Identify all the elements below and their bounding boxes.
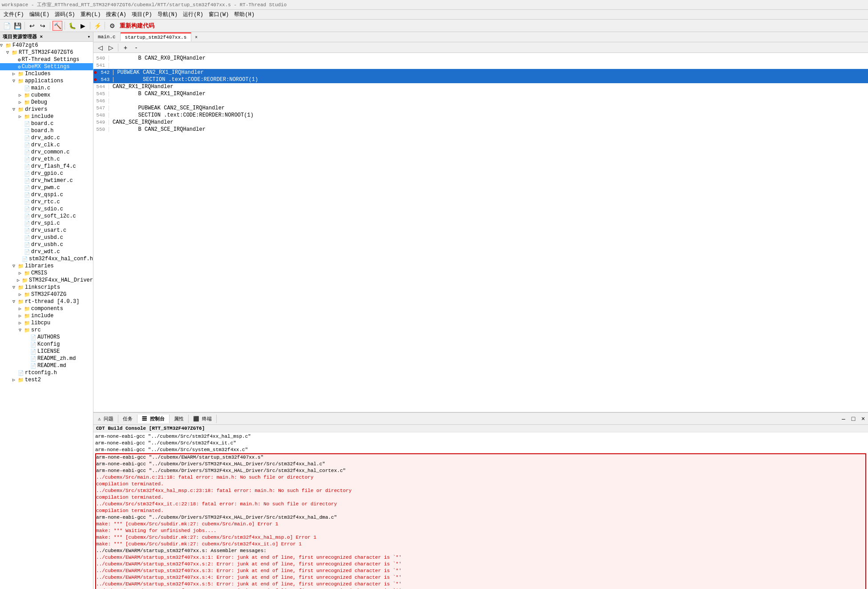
menu-navigate[interactable]: 导航(N) xyxy=(156,10,180,19)
menu-source[interactable]: 源码(S) xyxy=(53,10,77,19)
tree-item-drv-rtc-c[interactable]: 📄drv_rtc.c xyxy=(0,198,93,206)
editor-nav-back[interactable]: ◁ xyxy=(95,43,105,52)
tree-item-license[interactable]: 📄LICENSE xyxy=(0,348,93,355)
tree-item-stm32-hal-conf-h[interactable]: 📄stm32f4xx_hal_conf.h xyxy=(0,255,93,262)
tree-item-drv-flash-f4-c[interactable]: 📄drv_flash_f4.c xyxy=(0,163,93,170)
tree-item-libraries[interactable]: ▽📁libraries xyxy=(0,262,93,270)
panel-title: 项目资源管理器 × xyxy=(3,33,43,40)
console-maximize[interactable]: □ xyxy=(848,414,858,424)
tree-item-drv-common-c[interactable]: 📄drv_common.c xyxy=(0,149,93,156)
tree-item-drv-sdio-c[interactable]: 📄drv_sdio.c xyxy=(0,206,93,213)
tree-item-readme-zh[interactable]: 📄README_zh.md xyxy=(0,355,93,362)
editor-nav-forward[interactable]: ▷ xyxy=(106,43,116,52)
console-close[interactable]: × xyxy=(858,414,868,424)
tree-item-drv-gpio-c[interactable]: 📄drv_gpio.c xyxy=(0,170,93,177)
tree-item-drv-pwm-c[interactable]: 📄drv_pwm.c xyxy=(0,184,93,191)
tree-item-rt-thread[interactable]: ▽📁rt-thread [4.0.3] xyxy=(0,298,93,305)
tab-console[interactable]: ☰ 控制台 xyxy=(137,415,170,423)
tree-item-stm32f407zg[interactable]: ▷📁STM32F407ZG xyxy=(0,291,93,298)
menu-window[interactable]: 窗口(W) xyxy=(207,10,231,19)
tree-item-drv-include[interactable]: ▷📁include xyxy=(0,113,93,120)
tab-terminal[interactable]: ⬛ 终端 xyxy=(189,415,217,423)
menu-search[interactable]: 搜索(A) xyxy=(104,10,128,19)
tree-item-board-h[interactable]: 📄board.h xyxy=(0,127,93,134)
tab-properties[interactable]: 属性 xyxy=(170,415,189,423)
tree-item-drv-usart-c[interactable]: 📄drv_usart.c xyxy=(0,227,93,234)
tree-item-applications[interactable]: ▽📁applications xyxy=(0,77,93,85)
tree-item-drv-qspi-c[interactable]: 📄drv_qspi.c xyxy=(0,191,93,198)
tree-item-components[interactable]: ▷📁components xyxy=(0,305,93,312)
tree-item-main-c[interactable]: 📄main.c xyxy=(0,85,93,92)
console-line: arm-none-eabi-gcc "../cubemx/Drivers/STM… xyxy=(96,514,865,521)
tab-main-c[interactable]: main.c xyxy=(93,33,121,41)
flash-button[interactable]: ⚡ xyxy=(93,21,102,31)
console-line: ../cubemx/EWARM/startup_stm32f407xx.s:3:… xyxy=(96,568,865,574)
tree-item-drv-wdt-c[interactable]: 📄drv_wdt.c xyxy=(0,248,93,255)
tree-item-drivers[interactable]: ▽📁drivers xyxy=(0,106,93,113)
settings-button[interactable]: ⚙ xyxy=(107,21,117,31)
tree-item-cmsis[interactable]: ▷📁CMSIS xyxy=(0,270,93,277)
tree-item-readme[interactable]: 📄README.md xyxy=(0,362,93,369)
tree-item-authors[interactable]: 📄AUTHORS xyxy=(0,334,93,341)
tree-item-cubemx[interactable]: ▷📁cubemx xyxy=(0,92,93,99)
menu-project[interactable]: 项目(P) xyxy=(130,10,154,19)
undo-button[interactable]: ↩ xyxy=(27,21,37,31)
tree-item-drv-usbd-c[interactable]: 📄drv_usbd.c xyxy=(0,234,93,241)
tree-item-board-c[interactable]: 📄board.c xyxy=(0,120,93,127)
tree-item-rt-include[interactable]: ▷📁include xyxy=(0,312,93,319)
console-line: make: *** Waiting for unfinished jobs...… xyxy=(96,528,865,534)
close-tab-button[interactable]: × xyxy=(191,32,201,42)
save-button[interactable]: 💾 xyxy=(12,21,22,31)
menu-help[interactable]: 帮助(H) xyxy=(232,10,256,19)
menu-edit[interactable]: 编辑(E) xyxy=(28,10,52,19)
bottom-tabs: ⚠ 问题 任务 ☰ 控制台 属性 ⬛ 终端 – □ × xyxy=(93,413,868,425)
tree-item-drv-adc-c[interactable]: 📄drv_adc.c xyxy=(0,134,93,141)
debug-button[interactable]: 🐛 xyxy=(67,21,77,31)
tree-item-drv-eth-c[interactable]: 📄drv_eth.c xyxy=(0,156,93,163)
tree-item-src[interactable]: ▽📁src xyxy=(0,327,93,334)
new-button[interactable]: 📄 xyxy=(2,21,12,31)
tree-item-drv-soft-i2c-c[interactable]: 📄drv_soft_i2c.c xyxy=(0,213,93,220)
code-line: 541 xyxy=(93,62,868,69)
run-button[interactable]: ▶ xyxy=(78,21,88,31)
console-content[interactable]: arm-none-eabi-gcc "../cubemx/Src/stm32f4… xyxy=(93,432,868,589)
tab-tasks[interactable]: 任务 xyxy=(118,415,137,423)
tree-item-includes[interactable]: ▷📁Includes xyxy=(0,70,93,77)
console-minimize[interactable]: – xyxy=(839,414,848,424)
console-line: make: *** [cubemx/Src/subdir.mk:27: cube… xyxy=(96,534,865,541)
editor-zoom-out[interactable]: - xyxy=(131,43,141,52)
tree-item-drv-spi-c[interactable]: 📄drv_spi.c xyxy=(0,220,93,227)
tree-item-drv-hwtimer-c[interactable]: 📄drv_hwtimer.c xyxy=(0,177,93,184)
tree-item-linkscripts[interactable]: ▽📁linkscripts xyxy=(0,284,93,291)
tree-item-cubemx-settings[interactable]: ⚙CubeMX Settings xyxy=(0,63,93,70)
tree-item-drv-usbh-c[interactable]: 📄drv_usbh.c xyxy=(0,241,93,248)
rebuild-button[interactable]: 🔨 xyxy=(52,21,62,31)
error-dot-icon: ● xyxy=(93,76,97,83)
tree-item-stm32-hal-driver[interactable]: ▷📁STM32F4xx_HAL_Driver xyxy=(0,277,93,284)
console-line: make: *** [cubemx/Src/subdir.mk:27: cube… xyxy=(96,521,865,528)
tree-item-root[interactable]: ▽📁F407zgt6 xyxy=(0,42,93,49)
tree-item-libcpu[interactable]: ▷📁libcpu xyxy=(0,319,93,327)
redo-button[interactable]: ↪ xyxy=(38,21,48,31)
tree-item-rtt-stm32[interactable]: ▽📁RTT_STM32F407ZGT6 xyxy=(0,49,93,56)
menu-file[interactable]: 文件(F) xyxy=(2,10,26,19)
panel-controls[interactable]: ▾ xyxy=(87,34,90,40)
tab-startup[interactable]: startup_stm32f407xx.s xyxy=(121,32,192,41)
menu-run[interactable]: 运行(R) xyxy=(181,10,205,19)
tree-item-drv-clk-c[interactable]: 📄drv_clk.c xyxy=(0,141,93,149)
editor-zoom-in[interactable]: + xyxy=(121,43,130,52)
code-line: 545 B CAN2_RX1_IRQHandler xyxy=(93,90,868,97)
line-number: 544 xyxy=(93,84,109,89)
code-line: 550 B CAN2_SCE_IRQHandler xyxy=(93,126,868,133)
tree-item-debug[interactable]: ▷📁Debug xyxy=(0,99,93,106)
console-line: ../cubemx/EWARM/startup_stm32f407xx.s:2:… xyxy=(96,561,865,568)
tree-item-test2[interactable]: ▷📁test2 xyxy=(0,376,93,383)
tree-item-rtconfig-h[interactable]: 📄rtconfig.h xyxy=(0,369,93,376)
menu-refactor[interactable]: 重构(L) xyxy=(79,10,103,19)
code-content: CAN2_RX1_IRQHandler xyxy=(111,84,174,90)
tab-problems[interactable]: ⚠ 问题 xyxy=(93,415,118,423)
tree-item-rt-thread-settings[interactable]: ⚙RT-Thread Settings xyxy=(0,56,93,63)
code-scroll[interactable]: 540 B CAN2_RX0_IRQHandler541●542PUBWEAK … xyxy=(93,53,868,412)
tree-item-kconfig[interactable]: 📄Kconfig xyxy=(0,341,93,348)
main-layout: 项目资源管理器 × ▾ ▽📁F407zgt6▽📁RTT_STM32F407ZGT… xyxy=(0,32,868,589)
